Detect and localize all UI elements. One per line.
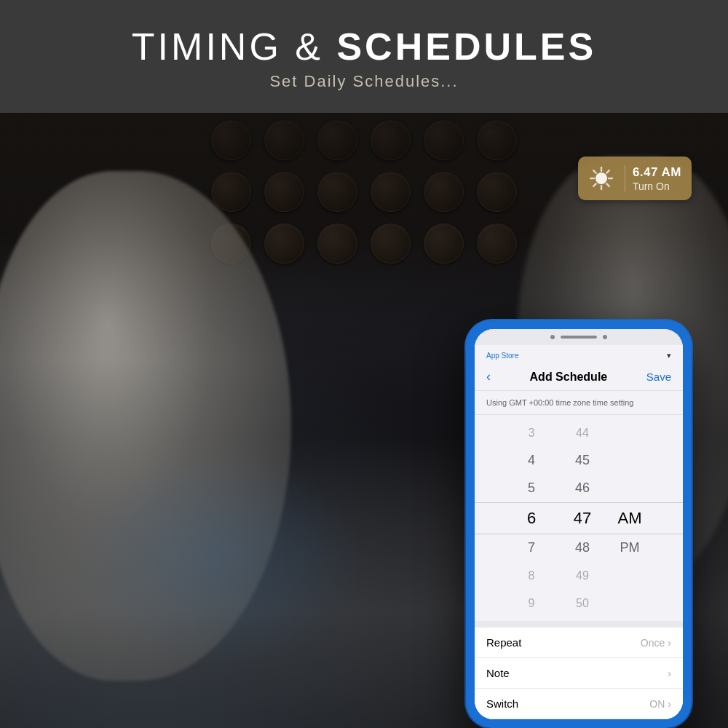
- status-left: App Store: [486, 352, 518, 360]
- period-column[interactable]: AM PM: [608, 419, 652, 617]
- minutes-column[interactable]: 44 45 46 47 48 49 50: [557, 419, 608, 617]
- hours-column[interactable]: 3 4 5 6 7 8 9: [506, 419, 557, 617]
- gmt-notice: Using GMT +00:00 time zone time setting: [475, 391, 683, 415]
- badge-text: 6.47 AM Turn On: [633, 165, 681, 192]
- badge-divider: [625, 165, 625, 191]
- badge-time: 6.47 AM: [633, 165, 681, 180]
- picker-columns: 3 4 5 6 7 8 9 44 45 46 47 48: [475, 415, 683, 621]
- svg-line-7: [606, 170, 609, 173]
- phone-camera-area: [475, 329, 683, 345]
- period-selected-am: AM: [608, 502, 652, 534]
- schedule-badge: 6.47 AM Turn On: [578, 157, 692, 200]
- period-item: [608, 419, 652, 447]
- app-store-label: App Store: [486, 352, 518, 360]
- hour-item: 9: [506, 590, 557, 617]
- nav-title: Add Schedule: [530, 371, 608, 384]
- switch-value-text: ON: [649, 698, 665, 710]
- svg-line-8: [593, 183, 596, 186]
- repeat-chevron: ›: [668, 637, 671, 649]
- note-chevron: ›: [668, 668, 671, 679]
- svg-line-6: [606, 183, 609, 186]
- phone-status-bar: App Store ▾: [475, 345, 683, 363]
- back-button[interactable]: ‹: [486, 369, 491, 384]
- title-light: TIMING &: [132, 25, 337, 68]
- minute-item: 49: [557, 562, 608, 590]
- note-row[interactable]: Note ›: [475, 658, 683, 689]
- minute-selected: 47: [557, 502, 608, 534]
- settings-section: Repeat Once › Note › Switch ON: [475, 621, 683, 719]
- svg-point-0: [596, 173, 607, 184]
- header: TIMING & SCHEDULES Set Daily Schedules..…: [0, 0, 728, 113]
- phone-screen: App Store ▾ ‹ Add Schedule Save Using GM…: [475, 329, 683, 719]
- minute-item: 44: [557, 419, 608, 447]
- minute-item: 45: [557, 447, 608, 475]
- repeat-value-text: Once: [641, 637, 665, 649]
- minute-item: 46: [557, 475, 608, 502]
- repeat-value: Once ›: [641, 637, 671, 649]
- hour-item: 5: [506, 475, 557, 502]
- hour-item: 3: [506, 419, 557, 447]
- switch-label: Switch: [486, 697, 518, 710]
- wifi-icon: ▾: [667, 351, 671, 360]
- repeat-row[interactable]: Repeat Once ›: [475, 627, 683, 658]
- camera-dot: [550, 335, 555, 339]
- hour-selected: 6: [506, 502, 557, 534]
- sun-badge-icon: [585, 162, 617, 194]
- minute-item: 50: [557, 590, 608, 617]
- hour-item: 4: [506, 447, 557, 475]
- speaker-bar: [561, 336, 597, 339]
- period-item: [608, 475, 652, 502]
- hour-item: 7: [506, 534, 557, 562]
- period-item: [608, 590, 652, 617]
- switch-value: ON ›: [649, 698, 671, 710]
- page-title: TIMING & SCHEDULES: [132, 26, 596, 68]
- period-item: [608, 562, 652, 590]
- status-right: ▾: [667, 351, 671, 360]
- minute-item: 48: [557, 534, 608, 562]
- save-button[interactable]: Save: [646, 371, 671, 383]
- switch-row[interactable]: Switch ON ›: [475, 689, 683, 719]
- time-picker[interactable]: 3 4 5 6 7 8 9 44 45 46 47 48: [475, 415, 683, 621]
- svg-line-5: [593, 170, 596, 173]
- repeat-label: Repeat: [486, 636, 521, 649]
- note-value: ›: [668, 668, 671, 679]
- period-item: [608, 447, 652, 475]
- page-subtitle: Set Daily Schedules...: [269, 72, 458, 91]
- camera-dot-2: [603, 335, 607, 339]
- phone-mockup: App Store ▾ ‹ Add Schedule Save Using GM…: [466, 320, 692, 728]
- period-item-pm: PM: [608, 534, 652, 562]
- main-area: 6.47 AM Turn On App Store ▾: [0, 113, 728, 728]
- hour-item: 8: [506, 562, 557, 590]
- sun-icon: [587, 165, 615, 192]
- phone-nav-bar: ‹ Add Schedule Save: [475, 363, 683, 391]
- badge-action: Turn On: [633, 181, 681, 192]
- note-label: Note: [486, 667, 510, 679]
- title-bold: SCHEDULES: [336, 25, 596, 68]
- switch-chevron: ›: [668, 698, 671, 710]
